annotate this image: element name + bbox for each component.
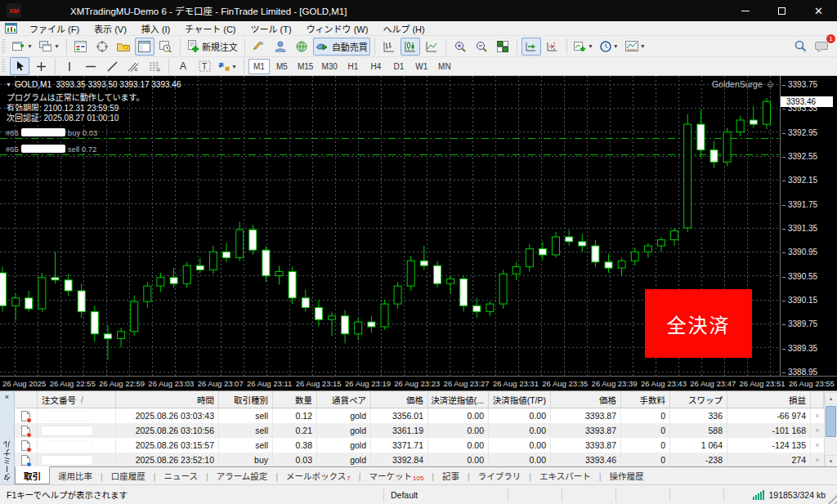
column-header[interactable]: 価格 <box>551 391 621 408</box>
scrollbar-track[interactable] <box>825 404 837 455</box>
column-header[interactable]: 決済指値(T/P) <box>489 391 551 408</box>
column-header[interactable]: 注文番号/ <box>38 391 116 408</box>
menu-item-4[interactable]: ツール (T) <box>244 22 299 35</box>
column-header[interactable]: 損益 <box>727 391 811 408</box>
orders-table-header[interactable]: 注文番号/時間取引種別数量通貨ペア価格決済逆指値(...決済指値(T/P)価格手… <box>15 391 837 408</box>
column-header[interactable]: 手数料 <box>621 391 670 408</box>
column-header[interactable]: 取引種別 <box>219 391 273 408</box>
periods-button[interactable]: ▼ <box>598 38 621 56</box>
tile-windows-button[interactable] <box>493 38 512 56</box>
new-order-button[interactable]: 新規注文 <box>185 38 240 56</box>
terminal-button[interactable] <box>135 38 154 56</box>
data-window-button[interactable] <box>92 38 112 56</box>
menu-item-1[interactable]: 表示 (V) <box>87 22 134 35</box>
timeframe-m15[interactable]: M15 <box>294 59 316 74</box>
terminal-tab-3[interactable]: ニュース <box>155 467 205 485</box>
channel-tool-button[interactable]: E <box>123 57 143 75</box>
column-header[interactable]: 決済逆指値(... <box>428 391 489 408</box>
market-watch-button[interactable] <box>71 38 91 56</box>
arrows-tool-button[interactable]: ▼ <box>216 57 239 75</box>
scrollbar-thumb[interactable] <box>826 406 836 437</box>
chart-profiles-button[interactable]: ▼ <box>37 38 62 56</box>
terminal-tab-10[interactable]: 操作履歴 <box>601 467 651 485</box>
timeframe-d1[interactable]: D1 <box>388 59 410 74</box>
news-button[interactable] <box>292 38 311 56</box>
trendline-tool-button[interactable] <box>102 57 122 75</box>
column-header[interactable]: 数量 <box>273 391 317 408</box>
menu-item-3[interactable]: チャート (C) <box>177 22 243 35</box>
chart-shift-button[interactable] <box>543 38 562 56</box>
status-profile[interactable]: Default <box>384 488 508 502</box>
timeframe-m30[interactable]: M30 <box>318 59 340 74</box>
close-position-icon[interactable]: × <box>811 453 824 467</box>
order-row[interactable]: 2025.08.26 03:10:56sell0.21gold3361.190.… <box>15 423 837 438</box>
terminal-tab-0[interactable]: 取引 <box>15 466 50 484</box>
minimize-button[interactable] <box>727 0 763 21</box>
auto-scroll-button[interactable] <box>521 38 541 56</box>
terminal-tab-5[interactable]: メールボックス7 <box>278 467 359 485</box>
terminal-tab-7[interactable]: 記事 <box>434 467 468 485</box>
order-row[interactable]: 2025.08.26 03:15:57sell0.38gold3371.710.… <box>15 438 837 453</box>
menu-item-5[interactable]: ウィンドウ (W) <box>299 22 376 35</box>
bar-chart-type-button[interactable] <box>379 38 399 56</box>
timeframe-h4[interactable]: H4 <box>365 59 387 74</box>
crosshair-tool-button[interactable] <box>31 57 51 75</box>
candlestick-type-button[interactable] <box>401 38 420 56</box>
column-header[interactable]: 価格 <box>371 391 428 408</box>
terminal-tab-4[interactable]: アラーム設定 <box>208 467 276 485</box>
menu-item-2[interactable]: 挿入 (I) <box>134 22 177 35</box>
order-row[interactable]: 2025.08.26 23:52:10buy0.03gold3392.840.0… <box>15 453 837 467</box>
close-position-icon[interactable]: × <box>811 408 824 423</box>
scroll-down-button[interactable]: ▼ <box>825 455 837 467</box>
chart-area[interactable]: ▼GOLD,M1 3393.35 3393.50 3393.17 3393.46… <box>0 76 837 376</box>
navigator-button[interactable] <box>114 38 133 56</box>
ea-smiley-icon[interactable]: ☺ <box>766 79 775 89</box>
horizontal-line-tool-button[interactable] <box>81 57 101 75</box>
vertical-line-tool-button[interactable] <box>60 57 79 75</box>
table-scrollbar[interactable]: ▲ ▼ <box>824 392 837 467</box>
column-header[interactable]: 時間 <box>116 391 219 408</box>
strategy-tester-button[interactable] <box>156 38 176 56</box>
cursor-tool-button[interactable] <box>10 57 29 75</box>
price-axis[interactable]: 3393.753393.353392.953392.553392.153391.… <box>780 76 837 376</box>
toolbar-grip[interactable] <box>2 39 6 54</box>
label-tool-button[interactable]: T <box>195 57 214 75</box>
timeframe-mn[interactable]: MN <box>434 59 455 74</box>
close-button[interactable]: ✕ <box>800 0 837 21</box>
timeframe-h1[interactable]: H1 <box>342 59 364 74</box>
text-tool-button[interactable]: A <box>173 57 193 75</box>
auto-trading-button[interactable]: 自動売買 <box>313 38 370 56</box>
notifications-button[interactable]: 1 <box>812 38 831 56</box>
menu-item-0[interactable]: ファイル (F) <box>22 22 87 35</box>
new-chart-button[interactable]: ▼ <box>10 38 35 56</box>
close-position-icon[interactable]: × <box>811 438 824 453</box>
fibonacci-tool-button[interactable]: F <box>145 57 164 75</box>
zoom-out-button[interactable] <box>472 38 491 56</box>
terminal-tab-2[interactable]: 口座履歴 <box>103 467 154 485</box>
timeframe-m5[interactable]: M5 <box>271 59 293 74</box>
time-axis[interactable]: 26 Aug 202526 Aug 22:5526 Aug 22:5926 Au… <box>0 376 837 390</box>
close-position-icon[interactable]: × <box>811 423 824 438</box>
line-chart-type-button[interactable] <box>422 38 441 56</box>
terminal-tab-9[interactable]: エキスパート <box>531 467 599 485</box>
zoom-in-button[interactable] <box>450 38 470 56</box>
timeframe-m1[interactable]: M1 <box>248 59 270 74</box>
chart-window-icon[interactable] <box>5 23 17 33</box>
templates-button[interactable]: ▼ <box>623 38 648 56</box>
toolbar-grip[interactable] <box>2 59 6 74</box>
menu-item-6[interactable]: ヘルプ (H) <box>375 22 432 35</box>
maximize-button[interactable] <box>763 0 800 21</box>
column-header[interactable]: スワップ <box>670 391 727 408</box>
terminal-tab-6[interactable]: マーケット105 <box>360 467 432 485</box>
search-button[interactable] <box>790 38 810 56</box>
collapse-chevron-icon[interactable]: ▼ <box>6 82 11 87</box>
scroll-up-button[interactable]: ▲ <box>825 392 837 404</box>
timeframe-w1[interactable]: W1 <box>411 59 432 74</box>
metaeditor-button[interactable] <box>249 38 269 56</box>
column-header[interactable]: 通貨ペア <box>317 391 371 408</box>
order-row[interactable]: 2025.08.26 03:03:43sell0.12gold3356.010.… <box>15 408 837 423</box>
close-all-button[interactable]: 全決済 <box>645 289 752 358</box>
community-button[interactable] <box>271 38 290 56</box>
terminal-tab-1[interactable]: 運用比率 <box>50 467 101 485</box>
terminal-close-icon[interactable]: × <box>0 393 14 401</box>
